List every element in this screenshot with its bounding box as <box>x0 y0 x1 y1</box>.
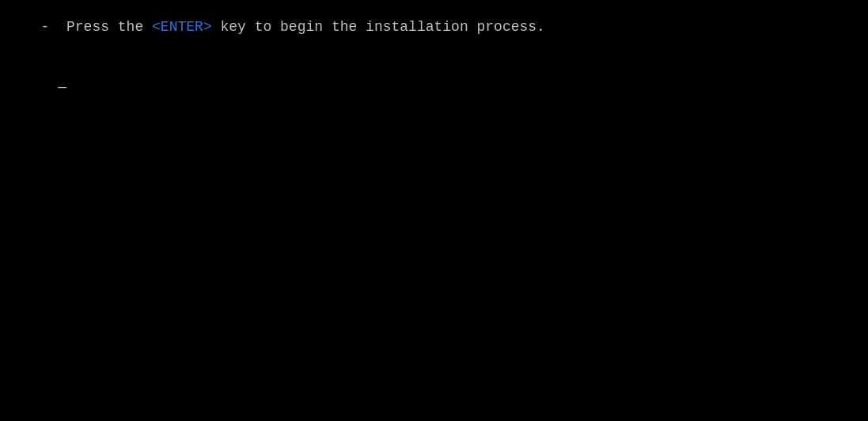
terminal-screen: - Press the <ENTER> key to begin the ins… <box>0 0 868 421</box>
cursor-line: — <box>24 53 844 121</box>
line-prefix: - Press the <box>24 16 152 39</box>
dash-char: — <box>58 79 66 95</box>
instruction-line: - Press the <ENTER> key to begin the ins… <box>24 16 844 39</box>
line-suffix: key to begin the installation process. <box>212 16 545 39</box>
enter-key: <ENTER> <box>152 16 212 39</box>
